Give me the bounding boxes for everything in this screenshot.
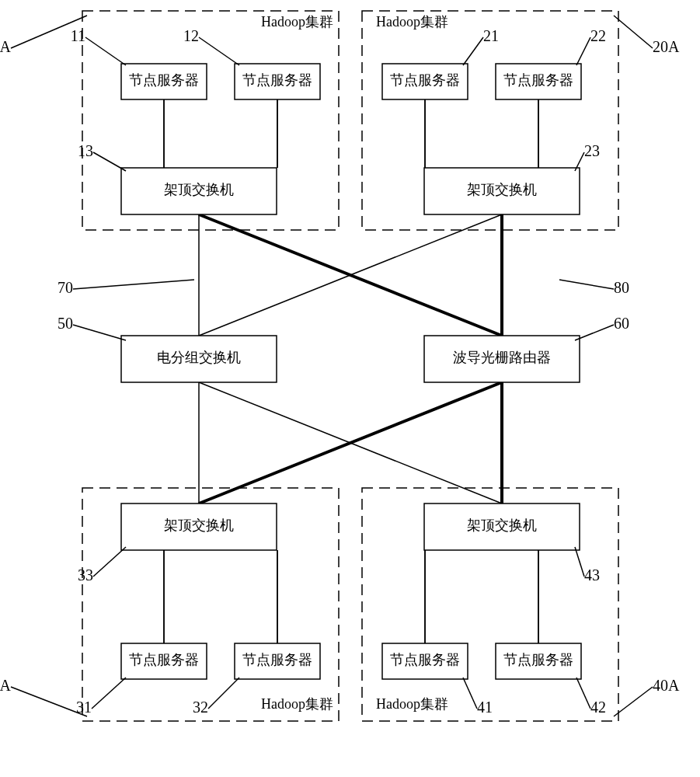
- callout-33: 33: [78, 566, 93, 584]
- callout-60-leader: [575, 325, 614, 340]
- callout-40A-leader: [614, 687, 653, 716]
- callout-41: 41: [477, 699, 493, 716]
- cluster-B-title: Hadoop集群: [376, 14, 448, 30]
- callout-20A-leader: [614, 16, 653, 48]
- callout-21: 21: [483, 27, 499, 44]
- electrical-packet-switch-label: 电分组交换机: [157, 350, 241, 365]
- callout-41-leader: [463, 678, 477, 709]
- callout-80-leader: [559, 280, 614, 289]
- callout-12-leader: [199, 37, 239, 65]
- callout-22-leader: [576, 37, 590, 65]
- callout-31-leader: [92, 678, 126, 709]
- callout-43-leader: [575, 547, 584, 577]
- callout-40A: 40A: [653, 677, 680, 694]
- callout-22: 22: [590, 27, 606, 44]
- callout-70: 70: [57, 279, 73, 296]
- node-server-12-label: 节点服务器: [242, 72, 312, 88]
- callout-32: 32: [193, 699, 208, 716]
- node-server-21-label: 节点服务器: [390, 72, 460, 88]
- callout-13-leader: [93, 152, 126, 171]
- cluster-C-title: Hadoop集群: [261, 696, 333, 712]
- node-server-42-label: 节点服务器: [503, 652, 573, 667]
- callout-60: 60: [614, 315, 629, 332]
- cluster-A-title: Hadoop集群: [261, 14, 333, 30]
- callout-12: 12: [183, 27, 199, 44]
- callout-80: 80: [614, 279, 629, 296]
- callout-11-leader: [85, 37, 126, 65]
- architecture-diagram: Hadoop集群节点服务器节点服务器架顶交换机Hadoop集群节点服务器节点服务…: [0, 0, 700, 777]
- callout-32-leader: [208, 678, 239, 709]
- node-server-22-label: 节点服务器: [503, 72, 573, 88]
- tor-switch-23-label: 架顶交换机: [467, 182, 537, 197]
- callout-42-leader: [576, 678, 590, 709]
- callout-42: 42: [590, 699, 606, 716]
- node-server-32-label: 节点服务器: [242, 652, 312, 667]
- tor-switch-33-label: 架顶交换机: [164, 517, 234, 533]
- node-server-31-label: 节点服务器: [129, 652, 199, 667]
- callout-50-leader: [73, 325, 126, 340]
- cluster-D-title: Hadoop集群: [376, 696, 448, 712]
- callout-30A: 30A: [0, 677, 12, 694]
- callout-70-leader: [73, 280, 194, 289]
- callout-20A: 20A: [653, 38, 680, 55]
- tor-switch-43-label: 架顶交换机: [467, 517, 537, 533]
- node-server-41-label: 节点服务器: [390, 652, 460, 667]
- callout-13: 13: [78, 142, 93, 159]
- callout-43: 43: [584, 566, 600, 584]
- tor-switch-13-label: 架顶交换机: [164, 182, 234, 197]
- callout-10A: 10A: [0, 38, 12, 55]
- awg-router-label: 波导光栅路由器: [453, 350, 551, 365]
- node-server-11-label: 节点服务器: [129, 72, 199, 88]
- callout-33-leader: [93, 547, 126, 577]
- callout-21-leader: [463, 37, 483, 65]
- callout-23: 23: [584, 142, 600, 159]
- callout-50: 50: [57, 315, 73, 332]
- callout-11: 11: [71, 27, 85, 44]
